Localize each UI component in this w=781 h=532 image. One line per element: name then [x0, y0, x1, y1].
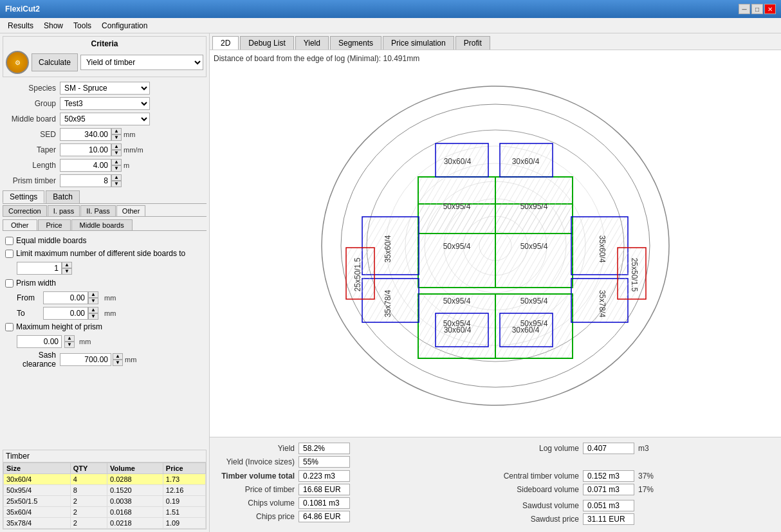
cell-size: 30x60/4	[4, 474, 71, 485]
tab-batch[interactable]: Batch	[46, 190, 80, 203]
calculate-button[interactable]: Calculate	[32, 53, 78, 71]
price-of-timber-label: Price of timber	[217, 485, 295, 494]
max-height-up[interactable]: ▲	[64, 335, 75, 342]
limit-max-down[interactable]: ▼	[62, 268, 72, 275]
middle-board-select[interactable]: 50x95	[60, 113, 150, 125]
group-select[interactable]: Test3	[60, 97, 150, 110]
svg-text:50x95/4: 50x95/4	[520, 242, 548, 251]
species-label: Species	[5, 84, 60, 93]
sed-up[interactable]: ▲	[111, 128, 122, 134]
menu-configuration[interactable]: Configuration	[96, 20, 152, 32]
timber-volume-total-label: Timber volume total	[217, 472, 295, 481]
to-input[interactable]	[43, 307, 88, 320]
table-row[interactable]: 35x60/4 2 0.0168 1.51	[4, 507, 206, 518]
top-tab-debug[interactable]: Debug List	[240, 36, 293, 50]
prism-width-checkbox[interactable]	[5, 279, 14, 288]
svg-text:35x60/4: 35x60/4	[383, 235, 392, 262]
subtab-ipass[interactable]: I. pass	[48, 205, 80, 216]
prism-timber-input[interactable]	[60, 174, 111, 187]
prism-timber-up[interactable]: ▲	[111, 174, 122, 181]
sideboard-volume-pct: 17%	[638, 485, 654, 494]
view-label: Distance of board from the edge of log (…	[214, 54, 777, 63]
species-select[interactable]: SM - Spruce	[60, 82, 150, 95]
max-height-input[interactable]	[17, 335, 62, 348]
limit-max-up[interactable]: ▲	[62, 262, 72, 268]
yield-label: Yield	[217, 444, 295, 453]
limit-max-checkbox[interactable]	[5, 250, 14, 258]
yield-value: 58.2%	[299, 443, 350, 454]
minimize-button[interactable]: ─	[739, 4, 750, 14]
menu-results[interactable]: Results	[3, 20, 39, 32]
top-tab-bar: 2D Debug List Yield Segments Price simul…	[210, 33, 781, 50]
subtab-other[interactable]: Other	[116, 205, 146, 216]
taper-row: Taper ▲ ▼ mm/m	[5, 143, 204, 157]
limit-max-input[interactable]	[17, 262, 62, 275]
group-label: Group	[5, 99, 60, 108]
sash-up[interactable]: ▲	[113, 353, 123, 360]
price-of-timber-row: Price of timber 16.68 EUR	[217, 484, 489, 495]
table-row[interactable]: 30x60/4 4 0.0288 1.73	[4, 474, 206, 485]
limit-max-label: Limit maximum number of different side b…	[16, 249, 185, 258]
sash-down[interactable]: ▼	[113, 360, 123, 366]
app-title: FlexiCut2	[5, 5, 40, 14]
chips-volume-value: 0.1081 m3	[299, 497, 350, 509]
from-up[interactable]: ▲	[88, 291, 98, 298]
length-input[interactable]	[60, 159, 111, 172]
menu-tools[interactable]: Tools	[68, 20, 96, 32]
middle-board-label: Middle board	[5, 115, 60, 124]
table-row[interactable]: 25x50/1.5 2 0.0038 0.19	[4, 496, 206, 507]
taper-down[interactable]: ▼	[111, 150, 122, 156]
cell-price: 1.09	[163, 518, 205, 529]
svg-text:50x95/4: 50x95/4	[520, 202, 548, 211]
taper-input[interactable]	[60, 143, 111, 156]
to-up[interactable]: ▲	[88, 307, 98, 313]
cell-price: 0.19	[163, 496, 205, 507]
sed-input[interactable]	[60, 128, 111, 141]
table-row[interactable]: 35x78/4 2 0.0218 1.09	[4, 518, 206, 529]
tab-settings[interactable]: Settings	[3, 190, 44, 203]
subtab2-price[interactable]: Price	[38, 219, 71, 230]
max-height-down[interactable]: ▼	[64, 342, 75, 348]
top-tab-yield[interactable]: Yield	[295, 36, 329, 50]
top-tab-2d[interactable]: 2D	[212, 36, 239, 50]
cell-price: 1.73	[163, 474, 205, 485]
sed-down[interactable]: ▼	[111, 134, 122, 141]
criteria-dropdown[interactable]: Yield of timber	[80, 55, 203, 70]
timber-volume-total-value: 0.223 m3	[299, 470, 350, 482]
from-down[interactable]: ▼	[88, 298, 98, 304]
timber-table: Size QTY Volume Price 30x60/4 4 0.0288 1…	[3, 463, 206, 529]
yield-invoice-row: Yield (Invoice sizes) 55%	[217, 456, 489, 468]
prism-timber-down[interactable]: ▼	[111, 181, 122, 187]
from-row: From ▲ ▼ mm	[17, 291, 204, 304]
chips-volume-row: Chips volume 0.1081 m3	[217, 497, 489, 509]
close-button[interactable]: ✕	[764, 4, 776, 14]
from-input[interactable]	[43, 291, 88, 304]
title-bar: FlexiCut2 ─ □ ✕	[0, 0, 781, 18]
equal-middle-boards-checkbox[interactable]	[5, 237, 14, 245]
length-down[interactable]: ▼	[111, 165, 122, 172]
table-row[interactable]: 50x95/4 8 0.1520 12.16	[4, 485, 206, 496]
subtab-iipass[interactable]: II. Pass	[80, 205, 116, 216]
price-of-timber-value: 16.68 EUR	[299, 484, 350, 495]
subtab2-middle-boards[interactable]: Middle boards	[71, 219, 133, 230]
top-tab-price[interactable]: Price simulation	[383, 36, 454, 50]
left-panel: Criteria ⚙ Calculate Yield of timber Spe…	[0, 33, 210, 532]
cell-volume: 0.0288	[107, 474, 163, 485]
prism-width-checkbox-row: Prism width	[5, 279, 204, 288]
sash-clearance-input[interactable]	[60, 353, 111, 366]
subtab2-other[interactable]: Other	[3, 219, 37, 230]
prism-timber-spinner-btns: ▲ ▼	[111, 174, 122, 187]
taper-up[interactable]: ▲	[111, 143, 122, 150]
length-up[interactable]: ▲	[111, 159, 122, 165]
top-tab-profit[interactable]: Profit	[455, 36, 490, 50]
top-tab-segments[interactable]: Segments	[330, 36, 381, 50]
menu-show[interactable]: Show	[39, 20, 68, 32]
max-height-checkbox[interactable]	[5, 323, 14, 331]
timber-section: Timber Size QTY Volume Price 30x60/4 4 0…	[3, 450, 207, 529]
maximize-button[interactable]: □	[751, 4, 763, 14]
svg-text:50x95/4: 50x95/4	[443, 242, 471, 251]
middle-board-row: Middle board 50x95	[5, 112, 204, 126]
log-volume-unit: m3	[638, 444, 649, 453]
to-down[interactable]: ▼	[88, 313, 98, 320]
subtab-correction[interactable]: Correction	[3, 205, 47, 216]
